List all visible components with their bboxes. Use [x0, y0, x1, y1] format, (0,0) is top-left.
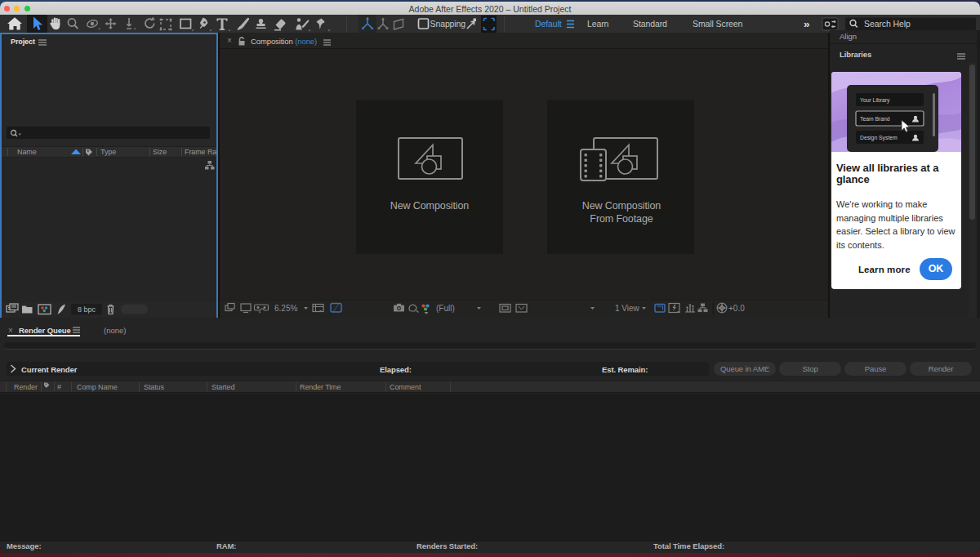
svg-text:From Footage: From Footage [590, 213, 653, 225]
svg-text:+0.0: +0.0 [728, 304, 745, 313]
svg-text:Default: Default [535, 19, 562, 29]
svg-text:8 bpc: 8 bpc [78, 305, 96, 314]
svg-text:Small Screen: Small Screen [693, 19, 743, 29]
svg-text:Snapping: Snapping [430, 19, 466, 29]
svg-text:Standard: Standard [633, 19, 667, 29]
svg-text:New Composition: New Composition [582, 200, 662, 212]
svg-text:Status: Status [144, 383, 165, 391]
svg-text:6.25%: 6.25% [274, 304, 297, 313]
svg-text:Your Library: Your Library [860, 97, 890, 104]
svg-text:#: # [57, 383, 61, 391]
svg-text:Design System: Design System [860, 135, 898, 141]
svg-text:New Composition: New Composition [390, 200, 470, 212]
svg-text:(Full): (Full) [436, 304, 455, 313]
svg-text:Name: Name [17, 148, 37, 156]
svg-text:Started: Started [212, 383, 234, 391]
svg-text:Render Time: Render Time [300, 383, 341, 391]
svg-text:Size: Size [153, 148, 167, 156]
svg-text:»: » [804, 18, 810, 30]
svg-text:1 View: 1 View [615, 304, 640, 313]
svg-text:Render: Render [14, 383, 38, 391]
svg-text:Frame Ra...: Frame Ra... [185, 148, 216, 156]
svg-text:Comment: Comment [390, 383, 421, 391]
svg-text:Comp Name: Comp Name [77, 383, 118, 391]
svg-text:Search Help: Search Help [864, 19, 911, 29]
svg-text:Type: Type [100, 148, 116, 156]
svg-text:Team Brand: Team Brand [860, 116, 890, 122]
svg-text:Learn: Learn [587, 19, 609, 29]
